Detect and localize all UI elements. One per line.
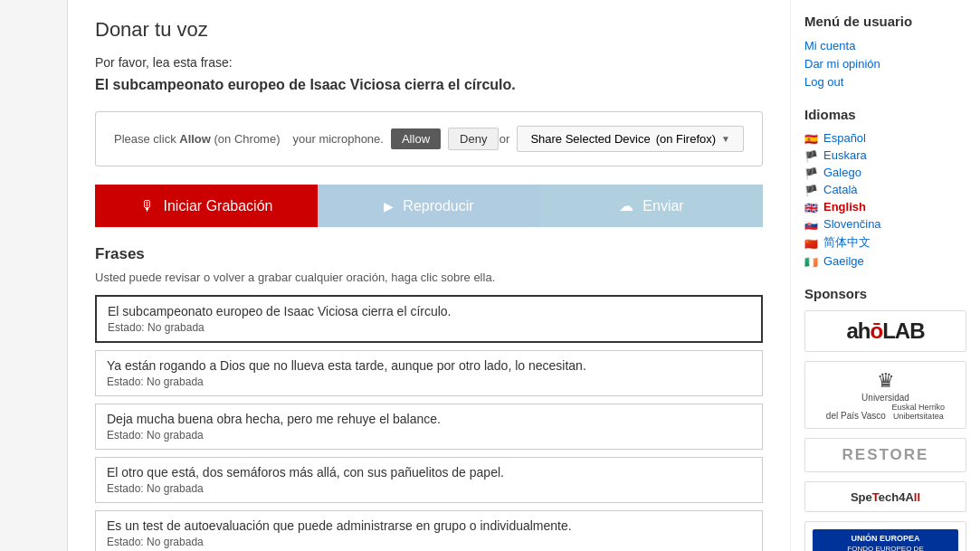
menu-link-0[interactable]: Mi cuenta	[804, 39, 855, 52]
share-device-button[interactable]: Share Selected Device (on Firefox) ▼	[517, 126, 744, 152]
menu-item-2: Log out	[804, 74, 966, 89]
record-label: Iniciar Grabación	[164, 198, 273, 214]
share-label: Share Selected Device	[530, 132, 650, 146]
flag-icon-2: 🏴	[804, 167, 819, 177]
mic-icon	[140, 198, 155, 214]
frase-text-4: Es un test de autoevaluación que puede a…	[107, 518, 751, 533]
flag-icon-7: 🇮🇪	[804, 256, 819, 266]
idioma-item-5: 🇸🇰Slovenčina	[804, 217, 966, 231]
allow-bold: Allow	[179, 132, 211, 146]
idioma-item-0: 🇪🇸Español	[804, 131, 966, 145]
menu-list: Mi cuentaDar mi opiniónLog out	[804, 38, 966, 89]
permission-mic-text: your microphone.	[293, 132, 384, 146]
menu-item-0: Mi cuenta	[804, 38, 966, 52]
frase-text-0: El subcampeonato europeo de Isaac Vicios…	[108, 304, 750, 318]
frase-estado-4: Estado: No grabada	[107, 536, 751, 548]
frase-item-4[interactable]: Es un test de autoevaluación que puede a…	[95, 510, 763, 551]
idioma-item-6: 🇨🇳简体中文	[804, 234, 966, 251]
permission-text: Please click Allow (on Chrome)	[114, 132, 281, 146]
restore-logo: RESTORE	[804, 438, 966, 472]
allow-button[interactable]: Allow	[391, 128, 441, 149]
dropdown-arrow-icon: ▼	[721, 134, 730, 144]
idioma-item-7: 🇮🇪Gaeilge	[804, 254, 966, 268]
flag-icon-0: 🇪🇸	[804, 133, 819, 143]
aholab-logo: ahōLAB	[804, 310, 966, 352]
idioma-link-3[interactable]: Català	[823, 183, 858, 196]
idioma-item-3: 🏴Català	[804, 183, 966, 196]
idioma-link-0[interactable]: Español	[823, 131, 866, 145]
menu-usuario: Menú de usuario Mi cuentaDar mi opiniónL…	[804, 14, 966, 89]
play-icon	[384, 198, 394, 214]
flag-icon-3: 🏴	[804, 185, 819, 195]
current-sentence: El subcampeonato europeo de Isaac Vicios…	[95, 77, 763, 93]
frase-item-1[interactable]: Ya están rogando a Dios que no llueva es…	[95, 350, 763, 396]
frase-text-3: El otro que está, dos semáforos más allá…	[107, 465, 751, 480]
frases-info: Usted puede revisar o volver a grabar cu…	[95, 271, 763, 284]
play-button[interactable]: Reproducir	[318, 185, 540, 227]
sponsors-title: Sponsors	[804, 286, 966, 301]
send-button[interactable]: Enviar	[540, 185, 763, 227]
frase-text-2: Deja mucha buena obra hecha, pero me reh…	[107, 412, 751, 426]
menu-title: Menú de usuario	[804, 14, 966, 29]
frase-estado-2: Estado: No grabada	[107, 429, 751, 442]
menu-item-1: Dar mi opinión	[804, 56, 966, 71]
frase-estado-0: Estado: No grabada	[108, 321, 750, 334]
idiomas-title: Idiomas	[804, 107, 966, 122]
deny-button[interactable]: Deny	[448, 128, 499, 150]
menu-link-1[interactable]: Dar mi opinión	[804, 57, 880, 71]
left-sidebar	[0, 0, 68, 551]
flag-icon-1: 🏴	[804, 150, 819, 160]
sponsors-section: Sponsors ahōLAB ♛ Universidaddel País Va…	[804, 286, 966, 551]
eu-logo: UNIÓN EUROPEA FONDO EUROPEO DEDESARROLLO…	[804, 521, 966, 551]
upv-logo: ♛ Universidaddel País Vasco Euskal Herri…	[804, 361, 966, 429]
idiomas-section: Idiomas 🇪🇸Español🏴Euskara🏴Galego🏴Català🇬…	[804, 107, 966, 268]
idioma-link-5[interactable]: Slovenčina	[823, 217, 881, 231]
main-content: Donar tu voz Por favor, lea esta frase: …	[68, 0, 790, 551]
frase-item-2[interactable]: Deja mucha buena obra hecha, pero me reh…	[95, 404, 763, 450]
frase-estado-1: Estado: No grabada	[107, 375, 751, 388]
play-label: Reproducir	[403, 198, 473, 214]
frase-estado-3: Estado: No grabada	[107, 482, 751, 495]
idioma-link-1[interactable]: Euskara	[823, 148, 867, 162]
idiomas-list: 🇪🇸Español🏴Euskara🏴Galego🏴Català🇬🇧English…	[804, 131, 966, 268]
or-text: or	[500, 132, 510, 146]
cloud-icon	[619, 197, 633, 214]
flag-icon-4: 🇬🇧	[804, 202, 819, 212]
frases-section: Frases Usted puede revisar o volver a gr…	[95, 245, 763, 551]
idioma-item-2: 🏴Galego	[804, 166, 966, 179]
flag-icon-6: 🇨🇳	[804, 238, 819, 248]
idioma-link-4[interactable]: English	[823, 200, 866, 214]
idioma-link-2[interactable]: Galego	[823, 166, 861, 179]
record-button[interactable]: Iniciar Grabación	[95, 185, 318, 227]
frase-item-0[interactable]: El subcampeonato europeo de Isaac Vicios…	[95, 295, 763, 343]
action-buttons: Iniciar Grabación Reproducir Enviar	[95, 185, 763, 227]
frases-list: El subcampeonato europeo de Isaac Vicios…	[95, 295, 763, 551]
frase-text-1: Ya están rogando a Dios que no llueva es…	[107, 358, 751, 373]
idioma-item-4: 🇬🇧English	[804, 200, 966, 214]
idioma-link-6[interactable]: 简体中文	[823, 234, 871, 251]
instruction-text: Por favor, lea esta frase:	[95, 55, 763, 70]
chess-icon: ♛	[813, 369, 958, 393]
page-title: Donar tu voz	[95, 18, 763, 42]
menu-link-2[interactable]: Log out	[804, 75, 843, 89]
spetech-logo: SpeTech4All	[804, 481, 966, 512]
share-note: (on Firefox)	[656, 132, 716, 146]
flag-icon-5: 🇸🇰	[804, 219, 819, 229]
permission-box: Please click Allow (on Chrome) your micr…	[95, 111, 763, 166]
frases-title: Frases	[95, 245, 763, 263]
sidebar-right: Menú de usuario Mi cuentaDar mi opiniónL…	[790, 0, 980, 551]
permission-left: Please click Allow (on Chrome) your micr…	[114, 128, 499, 150]
send-label: Enviar	[642, 198, 683, 214]
permission-right: or Share Selected Device (on Firefox) ▼	[500, 126, 744, 152]
frase-item-3[interactable]: El otro que está, dos semáforos más allá…	[95, 457, 763, 503]
idioma-item-1: 🏴Euskara	[804, 148, 966, 162]
idioma-link-7[interactable]: Gaeilge	[823, 254, 864, 268]
